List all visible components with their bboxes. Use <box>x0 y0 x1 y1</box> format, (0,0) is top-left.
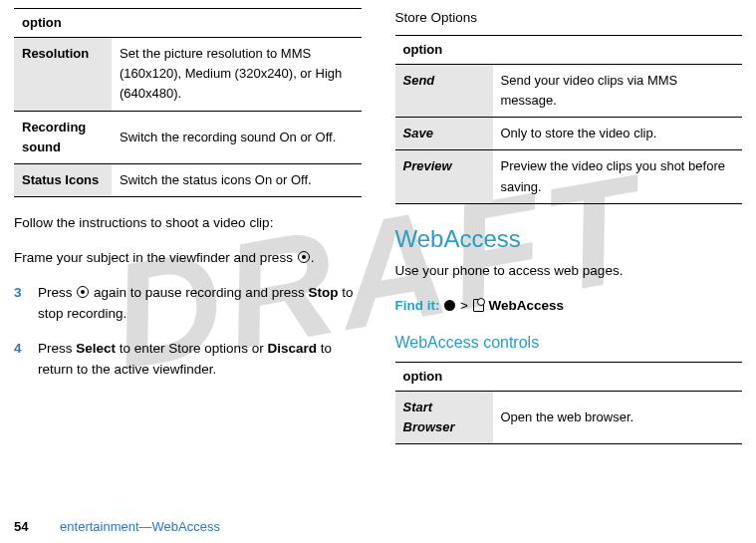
row-desc: Set the picture resolution to MMS (160x1… <box>112 38 362 111</box>
row-desc: Switch the recording sound On or Off. <box>112 111 362 163</box>
record-button-icon <box>298 251 310 263</box>
webaccess-intro: Use your phone to access web pages. <box>395 261 743 282</box>
table-header: option <box>395 35 743 64</box>
menu-key-icon <box>444 300 455 311</box>
row-name: Preview <box>395 150 493 203</box>
webaccess-heading: WebAccess <box>395 220 743 257</box>
stop-label: Stop <box>308 285 338 300</box>
row-desc: Preview the video clips you shot before … <box>493 150 743 203</box>
webaccess-controls-table: option Start Browser Open the web browse… <box>395 362 743 444</box>
right-column: Store Options option Send Send your vide… <box>395 8 743 460</box>
table-header: option <box>14 9 362 38</box>
step-number: 3 <box>14 283 38 325</box>
row-desc: Only to store the video clip. <box>493 118 743 150</box>
text: Press <box>38 285 76 300</box>
instruction-text: Follow the instructions to shoot a video… <box>14 213 362 234</box>
text: to enter Store options or <box>116 341 267 356</box>
frame-instruction: Frame your subject in the viewfinder and… <box>14 248 362 269</box>
row-desc: Send your video clips via MMS message. <box>493 65 743 118</box>
store-options-title: Store Options <box>395 8 743 29</box>
row-name: Status Icons <box>14 163 112 196</box>
row-desc: Switch the status icons On or Off. <box>112 163 362 196</box>
find-it-line: Find it: > WebAccess <box>395 296 743 317</box>
webaccess-controls-heading: WebAccess controls <box>395 331 743 356</box>
row-name: Save <box>395 118 493 150</box>
step-number: 4 <box>14 339 38 381</box>
webaccess-label: WebAccess <box>488 298 564 313</box>
text: Frame your subject in the viewfinder and… <box>14 250 297 265</box>
row-name: Resolution <box>14 38 112 111</box>
text: > <box>456 298 471 313</box>
step-3: 3 Press again to pause recording and pre… <box>14 283 362 325</box>
row-name: Recording sound <box>14 111 112 163</box>
record-button-icon <box>77 286 89 298</box>
row-desc: Open the web browser. <box>493 391 743 443</box>
page-number: 54 <box>14 519 28 534</box>
discard-label: Discard <box>267 341 317 356</box>
text: again to pause recording and press <box>90 285 308 300</box>
text: . <box>311 250 315 265</box>
row-name: Send <box>395 65 493 118</box>
store-options-table: option Send Send your video clips via MM… <box>395 35 743 204</box>
section-name: entertainment—WebAccess <box>60 519 220 534</box>
webaccess-app-icon <box>473 299 484 312</box>
table-header: option <box>395 362 743 391</box>
find-it-label: Find it: <box>395 298 440 313</box>
select-label: Select <box>76 341 116 356</box>
page-footer: 54 entertainment—WebAccess <box>14 517 220 537</box>
camera-options-table: option Resolution Set the picture resolu… <box>14 8 362 197</box>
text: Press <box>38 341 76 356</box>
row-name: Start Browser <box>395 391 493 443</box>
left-column: option Resolution Set the picture resolu… <box>14 8 362 460</box>
step-4: 4 Press Select to enter Store options or… <box>14 339 362 381</box>
